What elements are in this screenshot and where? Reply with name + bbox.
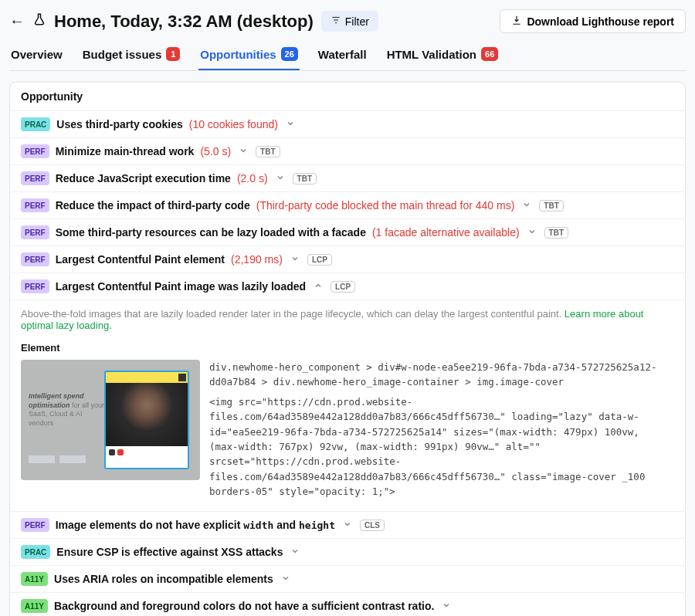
- chevron-down-icon[interactable]: [526, 226, 538, 239]
- tab-badge: 26: [281, 47, 298, 61]
- chevron-down-icon[interactable]: [280, 573, 292, 585]
- opportunity-expanded: Above-the-fold images that are lazily lo…: [10, 300, 685, 512]
- tab-badge: 1: [166, 47, 180, 61]
- chevron-down-icon[interactable]: [237, 145, 249, 157]
- opportunity-detail: (10 cookies found): [189, 118, 278, 130]
- element-detail: Intelligent spendoptimisation for all yo…: [21, 360, 674, 499]
- chevron-down-icon[interactable]: [520, 199, 533, 212]
- tab-opportunities[interactable]: Opportunities26: [198, 41, 300, 70]
- opportunity-description: Above-the-fold images that are lazily lo…: [21, 308, 674, 331]
- category-tag: PERF: [21, 279, 49, 293]
- panel-heading: Opportunity: [10, 83, 685, 111]
- element-thumbnail: Intelligent spendoptimisation for all yo…: [21, 360, 200, 480]
- chevron-down-icon[interactable]: [341, 519, 354, 531]
- opportunity-detail: (2,190 ms): [231, 253, 283, 266]
- opportunity-title: Ensure CSP is effective against XSS atta…: [56, 546, 283, 558]
- category-tag: PERF: [21, 225, 49, 239]
- opportunity-title: Background and foreground colors do not …: [54, 600, 434, 612]
- chevron-down-icon[interactable]: [284, 118, 297, 130]
- download-icon: [511, 15, 522, 28]
- category-tag: PERF: [21, 171, 49, 185]
- filter-button[interactable]: Filter: [321, 11, 378, 32]
- opportunity-row[interactable]: PRACEnsure CSP is effective against XSS …: [10, 539, 685, 566]
- tab-waterfall[interactable]: Waterfall: [317, 41, 368, 70]
- opportunity-row[interactable]: A11YUses ARIA roles on incompatible elem…: [10, 566, 685, 593]
- metric-badge: TBT: [544, 227, 568, 239]
- opportunity-title: Largest Contentful Paint element: [56, 253, 225, 266]
- chevron-up-icon[interactable]: [312, 280, 324, 293]
- tab-html-validation[interactable]: HTML Validation66: [385, 41, 500, 70]
- tabs-bar: OverviewBudget issues1Opportunities26Wat…: [9, 41, 686, 71]
- tab-overview[interactable]: Overview: [9, 41, 64, 70]
- opportunity-row[interactable]: PERFMinimize main-thread work(5.0 s)TBT: [10, 138, 685, 165]
- opportunity-row[interactable]: PERFLargest Contentful Paint image was l…: [10, 273, 685, 300]
- element-label: Element: [21, 342, 674, 354]
- chevron-down-icon[interactable]: [440, 600, 453, 612]
- opportunity-detail: (5.0 s): [200, 145, 231, 157]
- category-tag: PERF: [21, 198, 49, 212]
- category-tag: PERF: [21, 144, 49, 158]
- metric-badge: LCP: [307, 254, 332, 266]
- category-tag: PRAC: [21, 117, 50, 131]
- download-label: Download Lighthouse report: [527, 15, 674, 28]
- opportunity-title: Reduce the impact of third-party code: [56, 199, 250, 212]
- opportunity-detail: (Third-party code blocked the main threa…: [256, 199, 515, 212]
- chevron-down-icon[interactable]: [289, 253, 301, 266]
- opportunity-detail: (2.0 s): [237, 172, 268, 184]
- category-tag: PERF: [21, 252, 49, 266]
- page-title: Home, Today, 3:32 AM (desktop): [54, 12, 314, 32]
- opportunity-row[interactable]: PERFSome third-party resources can be la…: [10, 219, 685, 246]
- category-tag: PRAC: [21, 545, 50, 559]
- tab-label: Budget issues: [83, 48, 162, 61]
- opportunity-row[interactable]: PERFReduce the impact of third-party cod…: [10, 192, 685, 219]
- filter-icon: [331, 15, 341, 28]
- chevron-down-icon[interactable]: [289, 546, 301, 558]
- opportunities-panel: Opportunity PRACUses third-party cookies…: [9, 82, 686, 616]
- opportunity-title: Reduce JavaScript execution time: [56, 172, 231, 184]
- page-header: ← Home, Today, 3:32 AM (desktop) Filter …: [9, 9, 686, 33]
- opportunity-row[interactable]: PERFImage elements do not have explicit …: [10, 512, 685, 539]
- category-tag: A11Y: [21, 599, 48, 613]
- tab-budget-issues[interactable]: Budget issues1: [81, 41, 182, 70]
- tab-label: Opportunities: [200, 48, 276, 61]
- metric-badge: CLS: [360, 520, 385, 531]
- opportunity-title: Minimize main-thread work: [56, 145, 195, 157]
- opportunity-row[interactable]: PERFReduce JavaScript execution time(2.0…: [10, 165, 685, 192]
- opportunity-title: Image elements do not have explicit widt…: [56, 519, 335, 531]
- download-report-button[interactable]: Download Lighthouse report: [500, 9, 686, 33]
- flask-icon: [32, 12, 46, 30]
- metric-badge: TBT: [256, 146, 280, 157]
- opportunity-title: Some third-party resources can be lazy l…: [56, 226, 366, 239]
- chevron-down-icon[interactable]: [274, 172, 286, 184]
- category-tag: PERF: [21, 518, 49, 532]
- learn-more-link[interactable]: Learn more about optimal lazy loading.: [21, 308, 643, 331]
- tab-label: Waterfall: [318, 48, 367, 61]
- opportunity-title: Uses third-party cookies: [56, 118, 182, 130]
- opportunity-row[interactable]: PRACUses third-party cookies(10 cookies …: [10, 111, 685, 138]
- element-code: div.newhome-hero_component > div#w-node-…: [209, 360, 674, 499]
- opportunity-title: Largest Contentful Paint image was lazil…: [56, 280, 306, 293]
- opportunity-row[interactable]: PERFLargest Contentful Paint element(2,1…: [10, 246, 685, 273]
- metric-badge: LCP: [331, 281, 355, 293]
- opportunity-detail: (1 facade alternative available): [372, 226, 520, 239]
- metric-badge: TBT: [539, 200, 563, 212]
- opportunity-title: Uses ARIA roles on incompatible elements: [54, 573, 273, 585]
- tab-label: HTML Validation: [387, 48, 476, 61]
- tab-badge: 66: [481, 47, 498, 61]
- category-tag: A11Y: [21, 572, 48, 586]
- tab-label: Overview: [11, 48, 63, 61]
- metric-badge: TBT: [293, 173, 317, 184]
- opportunity-row[interactable]: A11YBackground and foreground colors do …: [10, 593, 685, 616]
- back-arrow-icon[interactable]: ←: [9, 12, 25, 30]
- filter-label: Filter: [345, 15, 369, 28]
